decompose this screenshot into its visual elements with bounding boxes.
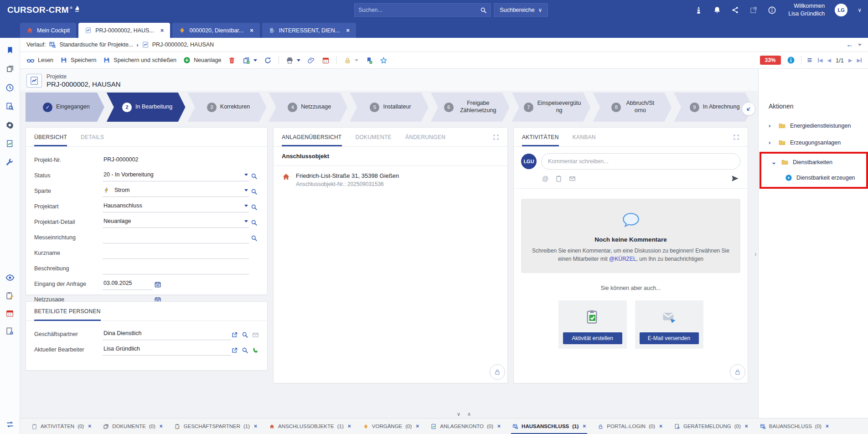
footer-tab-vorgaenge[interactable]: VORGÄNGE(0) ×	[357, 418, 425, 434]
eingang-anfrage-input[interactable]: 03.09.2025	[103, 279, 153, 290]
footer-tab-anlagenkonto[interactable]: ANLAGENKONTO(0) ×	[425, 418, 506, 434]
close-icon[interactable]: ×	[497, 423, 501, 429]
process-step-eingegangen[interactable]: ✓ Eingegangen	[26, 93, 104, 122]
sparte-input[interactable]: Strom	[103, 186, 249, 197]
kurzname-input[interactable]	[103, 248, 249, 259]
process-step-freigabe-zaehlersetzung[interactable]: 6 Freigabe Zählersetzung	[431, 93, 510, 122]
footer-tab-dokumente[interactable]: DOKUMENTE(0) ×	[97, 418, 169, 434]
save-close-button[interactable]: Speichern und schließen	[103, 57, 176, 64]
refresh-button[interactable]	[264, 57, 272, 64]
tab-beteiligte-personen[interactable]: BETEILIGTE PERSONEN	[34, 302, 101, 321]
process-step-in-bearbeitung[interactable]: 2 In Bearbeitung	[107, 93, 186, 122]
search-icon[interactable]	[242, 347, 248, 354]
process-step-in-abrechnung[interactable]: 9 In Abrechnung	[674, 93, 753, 122]
process-step-installateur[interactable]: 5 Installateur	[350, 93, 429, 122]
first-page-button[interactable]: ◀	[818, 57, 822, 63]
create-activity-button[interactable]: Aktivität erstellen	[563, 332, 622, 344]
favorite-button[interactable]	[380, 57, 388, 64]
footer-tab-aktivitaeten[interactable]: AKTIVITÄTEN(0) ×	[26, 418, 97, 434]
lock-icon[interactable]	[730, 364, 745, 380]
search-icon[interactable]	[249, 173, 259, 181]
open-record-icon[interactable]	[231, 347, 238, 354]
tab-anlagenuebersicht[interactable]: ANLAGENÜBERSICHT	[282, 128, 342, 146]
more-options-icon[interactable]	[768, 6, 776, 15]
watch-eye-icon[interactable]	[5, 273, 15, 283]
footer-tab-anschlussobjekte[interactable]: ANSCHLUSSOBJEKTE(1) ×	[263, 418, 357, 434]
user-menu-chevron-icon[interactable]: ∨	[858, 7, 862, 13]
expand-icon[interactable]	[733, 134, 739, 140]
settings-gear-icon[interactable]	[5, 120, 15, 130]
beschreibung-input[interactable]	[103, 264, 249, 274]
messeinrichtung-input[interactable]	[103, 232, 249, 243]
breadcrumb-search-link[interactable]: Standardsuche für Projekte...	[59, 41, 133, 48]
tab-aenderungen[interactable]: ÄNDERUNGEN	[405, 128, 445, 146]
projektart-input[interactable]: Hausanschluss	[103, 202, 249, 212]
history-dropdown-caret-icon[interactable]	[858, 44, 862, 46]
print-button[interactable]	[286, 57, 300, 64]
search-icon[interactable]	[249, 188, 259, 197]
task-clipboard-icon[interactable]	[555, 175, 562, 182]
search-input[interactable]	[358, 7, 480, 13]
global-search[interactable]	[354, 3, 491, 17]
search-scope-button[interactable]: Suchbereiche ∨	[494, 3, 548, 17]
subscribe-button[interactable]	[365, 57, 373, 64]
read-button[interactable]: Lesen	[26, 56, 53, 64]
print-dropdown-caret-icon[interactable]	[297, 59, 300, 62]
close-icon[interactable]: ×	[160, 423, 163, 429]
anschlussobjekt-item[interactable]: Friedrich-List-Straße 31, 35398 Gießen A…	[274, 166, 507, 194]
copy-button[interactable]	[243, 57, 257, 64]
calendar-icon[interactable]	[153, 281, 163, 290]
tab-uebersicht[interactable]: ÜBERSICHT	[34, 128, 67, 146]
chevron-right-icon[interactable]: ›	[769, 122, 774, 129]
process-step-abbruch-storno[interactable]: 8 Abbruch/Storno	[593, 93, 672, 122]
tools-wrench-icon[interactable]	[5, 157, 15, 167]
actions-folder-erzeugungsanlagen[interactable]: › Erzeugungsanlagen	[759, 134, 868, 151]
dropdown-caret-icon[interactable]	[244, 189, 248, 191]
report-icon[interactable]	[5, 139, 15, 149]
chevron-down-icon[interactable]: ⌄	[771, 159, 777, 165]
delete-button[interactable]	[228, 57, 236, 64]
copy-dropdown-caret-icon[interactable]	[253, 59, 257, 62]
swap-icon[interactable]	[5, 419, 15, 429]
close-icon[interactable]: ×	[826, 423, 829, 429]
phone-icon[interactable]	[252, 347, 259, 354]
tab-mein-cockpit[interactable]: Mein Cockpit	[20, 23, 76, 38]
tab-interessent[interactable]: INTERESSENT, DIEN... ×	[262, 23, 356, 38]
search-icon[interactable]	[249, 235, 259, 243]
footer-tab-geraetemeldung[interactable]: GERÄTEMELDUNG(0) ×	[668, 418, 754, 434]
close-icon[interactable]: ×	[745, 423, 748, 429]
info-icon[interactable]	[787, 56, 795, 64]
email-icon[interactable]	[252, 331, 259, 338]
close-icon[interactable]: ×	[88, 423, 91, 429]
footer-tab-bauanschluss[interactable]: BAUANSCHLUSS(0) ×	[754, 418, 835, 434]
tab-dienstbarkeit[interactable]: 0000020, Dienstbar... ×	[172, 23, 259, 38]
search-icon[interactable]	[480, 7, 487, 14]
bearbeiter-input[interactable]: Lisa Gründlich	[103, 345, 231, 356]
close-icon[interactable]: ×	[416, 423, 419, 429]
search-icon[interactable]	[242, 331, 248, 338]
calendar-red-icon[interactable]	[5, 308, 15, 318]
dropdown-caret-icon[interactable]	[244, 220, 248, 222]
windows-icon[interactable]	[5, 64, 15, 74]
next-page-button[interactable]: ▶	[848, 57, 852, 63]
tab-projekt[interactable]: PRJ-0000002, HAUS... ×	[78, 23, 170, 38]
avatar[interactable]: LG	[835, 4, 847, 16]
geschaeftspartner-input[interactable]: Dina Dienstlich	[103, 329, 231, 340]
back-arrow-icon[interactable]: ←	[846, 41, 853, 49]
panel-collapse-chevron-icon[interactable]: ›	[754, 250, 757, 258]
chevron-right-icon[interactable]: ›	[769, 139, 774, 146]
clipboard-edit-icon[interactable]	[5, 290, 15, 300]
calendar-button[interactable]	[322, 57, 330, 64]
close-icon[interactable]: ×	[346, 27, 350, 34]
share-icon[interactable]	[731, 6, 739, 14]
dropdown-caret-icon[interactable]	[244, 205, 248, 207]
history-clock-icon[interactable]	[5, 83, 15, 93]
create-activity-tile[interactable]: Aktivität erstellen	[558, 300, 627, 349]
hamburger-menu-icon[interactable]: ≡	[807, 56, 812, 65]
document-search-icon[interactable]	[5, 101, 15, 111]
new-record-button[interactable]: Neuanlage	[183, 57, 221, 64]
process-step-netzzusage[interactable]: 4 Netzzusage	[269, 93, 347, 122]
expand-icon[interactable]	[493, 134, 499, 140]
document-gear-icon[interactable]	[5, 326, 15, 336]
bookmark-icon[interactable]	[5, 45, 15, 55]
